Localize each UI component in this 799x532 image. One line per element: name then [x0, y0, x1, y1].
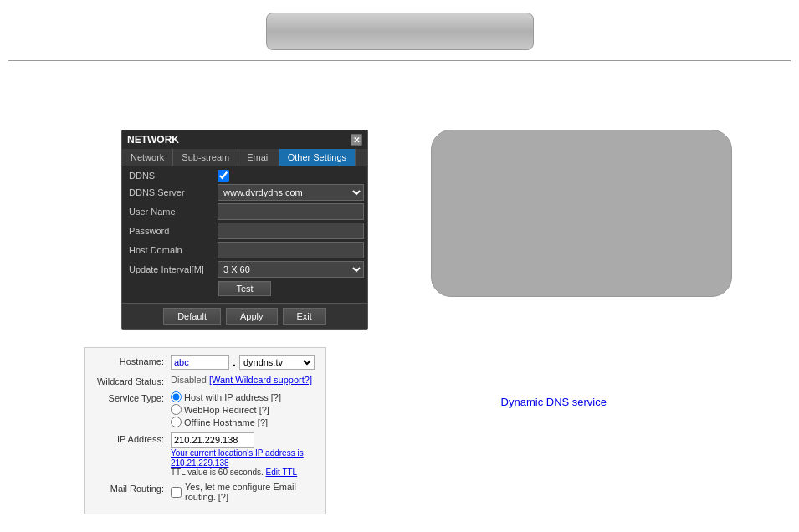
wildcard-label: Wildcard Status: — [91, 375, 171, 386]
password-label: Password — [125, 226, 218, 236]
ddns-server-label: DDNS Server — [125, 187, 218, 197]
radio-webhop[interactable]: WebHop Redirect [?] — [171, 404, 319, 415]
network-dialog: NETWORK ✕ Network Sub-stream Email Other… — [121, 130, 368, 330]
host-domain-label: Host Domain — [125, 245, 218, 255]
ddns-row: DDNS — [125, 170, 364, 182]
close-icon: ✕ — [353, 136, 360, 145]
radio-offline-input[interactable] — [171, 417, 182, 427]
update-interval-label: Update Interval[M] — [125, 264, 218, 274]
ddns-label: DDNS — [125, 171, 218, 181]
ddns-checkbox[interactable] — [218, 170, 229, 182]
tab-network[interactable]: Network — [122, 149, 173, 166]
radio-webhop-input[interactable] — [171, 404, 182, 415]
host-domain-input[interactable] — [218, 242, 364, 258]
update-interval-select[interactable]: 3 X 60 — [218, 261, 364, 278]
username-row: User Name — [125, 203, 364, 220]
ip-address-input[interactable] — [171, 432, 254, 448]
radio-host-ip[interactable]: Host with IP address [?] — [171, 391, 319, 402]
tab-substream[interactable]: Sub-stream — [173, 149, 238, 166]
password-input[interactable] — [218, 223, 364, 239]
radio-host-ip-label: Host with IP address [?] — [184, 392, 281, 402]
ip-address-row: IP Address: Your current location's IP a… — [91, 432, 319, 477]
radio-offline-label: Offline Hostname [?] — [184, 417, 268, 427]
dialog-close-button[interactable]: ✕ — [351, 134, 362, 146]
mail-routing-checkbox-row[interactable]: Yes, let me configure Email routing. [?] — [171, 482, 319, 502]
current-ip-link[interactable]: Your current location's IP address is 21… — [171, 448, 304, 468]
ddns-server-row: DDNS Server www.dvrdydns.com — [125, 184, 364, 201]
mail-routing-label: Mail Routing: — [91, 482, 171, 494]
wildcard-content: Disabled [Want Wildcard support?] — [171, 375, 319, 385]
dialog-titlebar: NETWORK ✕ — [122, 130, 367, 149]
top-bar — [266, 13, 534, 50]
hostname-content: . dyndns.tv — [171, 355, 319, 370]
dialog-tabs: Network Sub-stream Email Other Settings — [122, 149, 367, 166]
username-input[interactable] — [218, 203, 364, 220]
hostname-label: Hostname: — [91, 355, 171, 366]
mail-routing-checkbox[interactable] — [171, 487, 182, 498]
hostname-row: Hostname: . dyndns.tv — [91, 355, 319, 370]
exit-button[interactable]: Exit — [283, 308, 326, 325]
dialog-footer: Default Apply Exit — [122, 303, 367, 329]
ddns-server-select[interactable]: www.dvrdydns.com — [218, 184, 364, 201]
wildcard-disabled: Disabled — [171, 375, 207, 385]
test-button[interactable]: Test — [218, 281, 270, 296]
wildcard-link[interactable]: [Want Wildcard support?] — [209, 375, 312, 385]
username-label: User Name — [125, 207, 218, 217]
apply-button[interactable]: Apply — [226, 308, 278, 325]
tab-other-settings[interactable]: Other Settings — [279, 149, 356, 166]
dns-panel: Hostname: . dyndns.tv Wildcard Status: D… — [84, 347, 326, 514]
hostname-dot: . — [231, 356, 238, 369]
hostname-input-row: . dyndns.tv — [171, 355, 319, 370]
ttl-text: TTL value is 60 seconds. — [171, 468, 264, 477]
mail-routing-content: Yes, let me configure Email routing. [?] — [171, 482, 319, 502]
tab-email[interactable]: Email — [238, 149, 279, 166]
radio-host-ip-input[interactable] — [171, 391, 182, 402]
mail-routing-row: Mail Routing: Yes, let me configure Emai… — [91, 482, 319, 502]
mail-routing-label-text: Yes, let me configure Email routing. [?] — [185, 482, 319, 502]
service-type-content: Host with IP address [?] WebHop Redirect… — [171, 391, 319, 427]
edit-ttl-link[interactable]: Edit TTL — [266, 468, 298, 477]
wildcard-status-row: Wildcard Status: Disabled [Want Wildcard… — [91, 375, 319, 386]
radio-offline[interactable]: Offline Hostname [?] — [171, 417, 319, 427]
gray-box-top — [431, 130, 732, 297]
hostname-text-input[interactable] — [171, 355, 229, 370]
dialog-title: NETWORK — [127, 134, 179, 146]
radio-webhop-label: WebHop Redirect [?] — [184, 405, 269, 415]
update-interval-row: Update Interval[M] 3 X 60 — [125, 261, 364, 278]
service-type-label: Service Type: — [91, 391, 171, 403]
dialog-body: DDNS DDNS Server www.dvrdydns.com User N… — [122, 166, 367, 303]
default-button[interactable]: Default — [163, 308, 221, 325]
ip-address-label: IP Address: — [91, 432, 171, 444]
divider — [8, 60, 791, 61]
dynamic-dns-link[interactable]: Dynamic DNS service — [501, 396, 607, 408]
host-domain-row: Host Domain — [125, 242, 364, 258]
service-type-row: Service Type: Host with IP address [?] W… — [91, 391, 319, 427]
hostname-domain-select[interactable]: dyndns.tv — [239, 355, 315, 370]
ttl-note: TTL value is 60 seconds. Edit TTL — [171, 468, 319, 477]
password-row: Password — [125, 223, 364, 239]
ip-address-content: Your current location's IP address is 21… — [171, 432, 319, 477]
